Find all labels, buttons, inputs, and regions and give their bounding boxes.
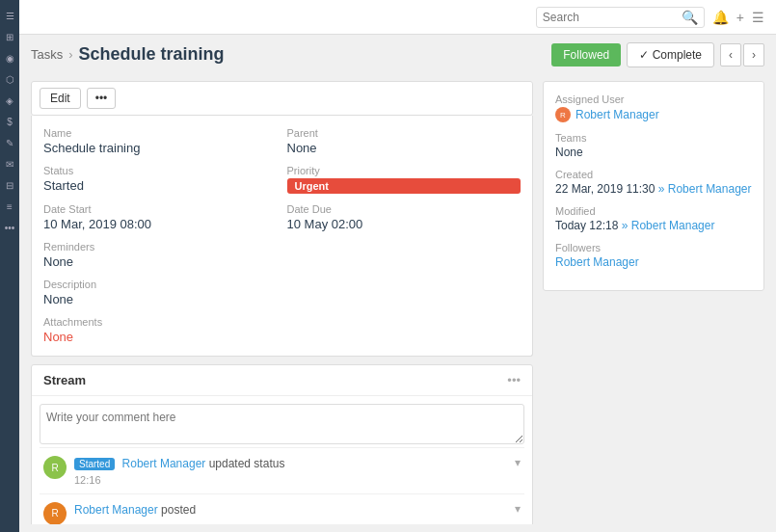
fields-grid: Name Schedule training Parent None Statu… (43, 127, 521, 344)
created-field: Created 22 Mar, 2019 11:30 » Robert Mana… (555, 169, 752, 196)
status-field: Status Started (43, 165, 278, 194)
stream-user-link[interactable]: Robert Manager (74, 503, 158, 517)
search-icon[interactable]: 🔍 (682, 10, 698, 25)
hamburger-icon[interactable]: ☰ (752, 10, 764, 25)
followers-field: Followers Robert Manager (555, 242, 752, 269)
prev-arrow[interactable]: ‹ (720, 43, 741, 66)
complete-button[interactable]: ✓ Complete (627, 42, 714, 67)
avatar: R (43, 502, 67, 524)
sidebar-list-icon[interactable]: ≡ (2, 199, 17, 214)
teams-field: Teams None (555, 132, 752, 159)
date-due-field: Date Due 10 May 02:00 (287, 203, 522, 231)
date-start-field: Date Start 10 Mar, 2019 08:00 (43, 203, 278, 231)
sidebar-more-icon[interactable]: ••• (2, 220, 17, 235)
stream-item-time: 12:16 (74, 474, 507, 486)
topbar: 🔍 🔔 + ☰ (19, 0, 776, 35)
edit-button[interactable]: Edit (40, 88, 81, 109)
stream-body: R Started Robert Manager updated status … (32, 396, 532, 524)
info-card: Assigned User R Robert Manager Teams Non… (543, 81, 764, 291)
stream-options[interactable]: ••• (507, 373, 521, 387)
modified-field: Modified Today 12:18 » Robert Manager (555, 205, 752, 232)
search-input[interactable] (543, 11, 678, 24)
reminders-right-field: Reminders None (43, 241, 521, 269)
search-box: 🔍 (536, 7, 705, 28)
plus-icon[interactable]: + (736, 10, 744, 25)
status-badge: Started (74, 458, 115, 470)
bell-icon[interactable]: 🔔 (712, 10, 729, 25)
assigned-user-field: Assigned User R Robert Manager (555, 93, 752, 122)
sidebar-dollar-icon[interactable]: $ (2, 114, 17, 129)
nav-arrows: ‹ › (720, 43, 764, 66)
page-title: Schedule training (79, 44, 225, 65)
action-bar: Followed ✓ Complete ‹ › (551, 42, 764, 67)
avatar: R (43, 456, 67, 479)
stream-item-expand[interactable]: ▾ (515, 456, 521, 469)
sidebar-circle-icon[interactable]: ◉ (2, 50, 17, 66)
created-by-link[interactable]: » Robert Manager (658, 182, 752, 196)
stream-card: Stream ••• R Started Robert Manager (31, 364, 533, 524)
name-field: Name Schedule training (43, 127, 278, 155)
description-field: Description None (43, 279, 521, 306)
attachments-field: Attachments None (43, 316, 521, 344)
sidebar-diamond-icon[interactable]: ◈ (2, 93, 17, 108)
stream-item-content: Robert Manager posted Ben Parter Create … (74, 502, 507, 524)
sidebar: ☰ ⊞ ◉ ⬡ ◈ $ ✎ ✉ ⊟ ≡ ••• (0, 0, 19, 532)
followed-button[interactable]: Followed (551, 43, 621, 66)
stream-user-link[interactable]: Robert Manager (122, 457, 206, 470)
comment-input[interactable] (40, 404, 524, 444)
priority-field: Priority Urgent (287, 165, 522, 194)
left-panel: Edit ••• Name Schedule training Parent N… (31, 81, 533, 524)
stream-item: R Robert Manager posted Ben Parter Creat… (40, 493, 524, 524)
sidebar-edit-icon[interactable]: ✎ (2, 135, 17, 150)
breadcrumb-tasks[interactable]: Tasks (31, 47, 63, 62)
right-panel: Assigned User R Robert Manager Teams Non… (543, 81, 764, 524)
parent-field: Parent None (287, 127, 522, 155)
sidebar-grid-icon[interactable]: ⊞ (2, 29, 17, 44)
stream-item: R Started Robert Manager updated status … (40, 447, 524, 493)
stream-header: Stream ••• (32, 365, 532, 396)
edit-toolbar: Edit ••• (31, 81, 533, 116)
stream-item-text: Robert Manager posted (74, 502, 507, 519)
sidebar-table-icon[interactable]: ⊟ (2, 177, 17, 193)
sidebar-menu-icon[interactable]: ☰ (2, 8, 17, 23)
stream-item-expand[interactable]: ▾ (515, 502, 521, 516)
next-arrow[interactable]: › (743, 43, 764, 66)
main-area: 🔍 🔔 + ☰ Tasks › Schedule training Follow… (19, 0, 776, 532)
stream-item-content: Started Robert Manager updated status 12… (74, 456, 507, 486)
breadcrumb: Tasks › Schedule training (31, 44, 225, 65)
more-options-button[interactable]: ••• (87, 88, 117, 109)
task-body: Edit ••• Name Schedule training Parent N… (31, 81, 764, 524)
stream-item-text: Started Robert Manager updated status (74, 456, 507, 472)
user-avatar: R (555, 107, 571, 122)
stream-item-body: Ben Parter Create a plan for scheduled w… (74, 521, 507, 524)
modified-by-link[interactable]: » Robert Manager (622, 219, 715, 232)
stream-title: Stream (43, 373, 86, 387)
user-row: R Robert Manager (555, 107, 752, 122)
content-area: Tasks › Schedule training Followed ✓ Com… (19, 35, 776, 532)
breadcrumb-separator: › (68, 47, 72, 62)
sidebar-hex-icon[interactable]: ⬡ (2, 71, 17, 87)
fields-card: Name Schedule training Parent None Statu… (31, 116, 533, 357)
sidebar-mail-icon[interactable]: ✉ (2, 156, 17, 172)
